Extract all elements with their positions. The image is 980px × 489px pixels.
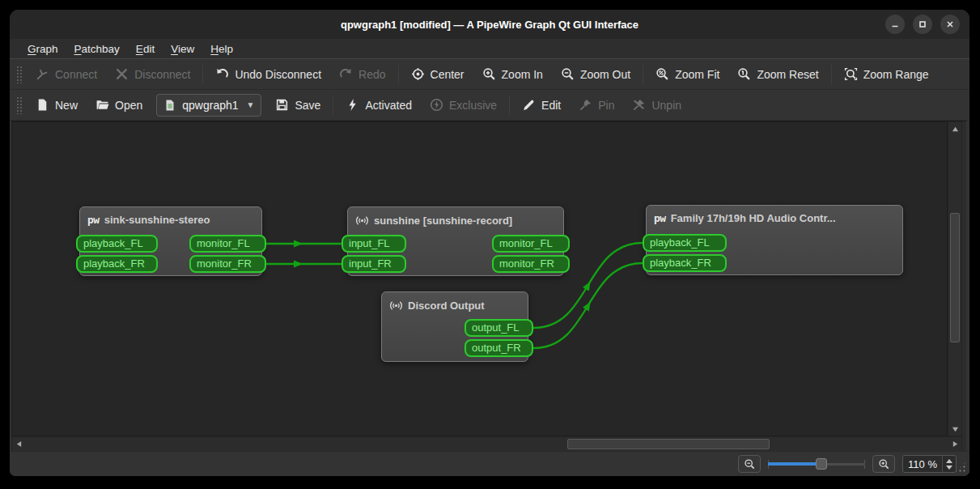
zoom-in-button[interactable]: Zoom In (473, 62, 552, 87)
new-button[interactable]: New (27, 93, 87, 117)
graph-view: pw sink-sunshine-stereo playback_FL play… (11, 121, 966, 451)
toolbar-drag-handle[interactable] (16, 96, 22, 114)
statusbar: 110 % (10, 451, 969, 476)
patchbay-name: qpwgraph1 (182, 99, 238, 112)
maximize-icon (918, 19, 927, 29)
menu-edit[interactable]: Edit (128, 40, 163, 57)
pin-button: Pin (570, 93, 623, 117)
activated-button[interactable]: Activated (337, 93, 421, 117)
spin-down-icon[interactable] (946, 466, 952, 470)
scroll-up-button[interactable] (948, 122, 961, 135)
horizontal-scroll-thumb[interactable] (567, 439, 770, 449)
unpin-button: Unpin (623, 93, 690, 117)
undo-disconnect-button[interactable]: Undo Disconnect (206, 62, 330, 87)
toolbar-separator (831, 65, 832, 84)
zoom-spinbox[interactable]: 110 % (902, 455, 957, 473)
edit-button[interactable]: Edit (513, 93, 570, 117)
connection-wires (12, 122, 948, 436)
minimize-button[interactable] (885, 15, 905, 34)
node-title: Discord Output (408, 300, 485, 312)
horizontal-scrollbar[interactable] (11, 436, 962, 452)
zoom-out-icon (561, 67, 575, 81)
scroll-up-icon (952, 125, 959, 133)
maximize-button[interactable] (913, 15, 932, 34)
toolbar-drag-handle[interactable] (16, 66, 22, 83)
redo-button: Redo (330, 62, 394, 87)
port-output[interactable]: monitor_FL (492, 235, 570, 253)
pin-icon (579, 98, 592, 112)
zoom-value: 110 % (903, 458, 942, 470)
vertical-scroll-thumb[interactable] (950, 213, 960, 342)
spin-up-icon[interactable] (946, 459, 952, 463)
zoom-in-icon (482, 67, 496, 81)
scroll-down-button[interactable] (948, 423, 961, 436)
port-input[interactable]: playback_FR (643, 254, 727, 272)
save-icon (275, 98, 289, 112)
menu-view[interactable]: View (163, 40, 202, 57)
port-output[interactable]: monitor_FL (189, 235, 266, 253)
window-title: qpwgraph1 [modified] — A PipeWire Graph … (341, 19, 638, 31)
zoom-out-button-status[interactable] (738, 455, 761, 473)
media-app-icon (389, 299, 403, 313)
connect-icon (36, 67, 49, 81)
port-input[interactable]: playback_FL (643, 234, 727, 252)
menubar: Graph Patchbay Edit View Help (10, 39, 969, 59)
scroll-left-button[interactable] (12, 437, 25, 451)
port-output[interactable]: output_FR (465, 339, 533, 357)
node-title: Family 17h/19h HD Audio Contr... (671, 212, 836, 224)
port-input[interactable]: input_FR (342, 255, 406, 273)
wire-arrow (583, 300, 593, 311)
center-button[interactable]: Center (402, 62, 473, 87)
port-output[interactable]: monitor_FR (189, 255, 266, 273)
zoom-in-icon (878, 458, 890, 470)
exclusive-bolt-icon (430, 98, 443, 112)
zoom-reset-button[interactable]: Zoom Reset (728, 62, 827, 87)
connect-button: Connect (27, 62, 106, 87)
zoom-range-icon (844, 67, 858, 81)
vertical-scrollbar[interactable] (948, 121, 962, 436)
scroll-left-icon (15, 440, 23, 448)
menu-patchbay[interactable]: Patchbay (66, 40, 128, 57)
toolbar-separator (643, 65, 643, 84)
scroll-right-button[interactable] (948, 437, 961, 451)
port-input[interactable]: input_FL (342, 235, 406, 253)
zoom-slider[interactable] (768, 457, 865, 471)
disconnect-icon (115, 67, 129, 81)
toolbar-main: Connect Disconnect Undo Disconnect Redo … (10, 59, 969, 90)
app-window: qpwgraph1 [modified] — A PipeWire Graph … (10, 10, 969, 476)
zoom-fit-button[interactable]: Zoom Fit (647, 62, 728, 87)
pipewire-icon: pw (87, 214, 100, 226)
port-input[interactable]: playback_FR (76, 255, 158, 273)
undo-icon (215, 67, 229, 81)
exclusive-button: Exclusive (421, 93, 506, 117)
menu-help[interactable]: Help (202, 40, 241, 57)
disconnect-button: Disconnect (106, 62, 199, 87)
chevron-down-icon: ▼ (247, 100, 255, 109)
toolbar-separator (333, 96, 333, 115)
port-output[interactable]: output_FL (465, 319, 533, 337)
zoom-out-icon (744, 458, 756, 470)
unpin-icon (632, 98, 646, 112)
port-output[interactable]: monitor_FR (492, 255, 570, 273)
patchbay-file-icon (163, 99, 176, 112)
wire-arrow (294, 240, 303, 248)
graph-canvas[interactable]: pw sink-sunshine-stereo playback_FL play… (11, 121, 948, 436)
port-input[interactable]: playback_FL (76, 235, 158, 253)
slider-handle[interactable] (816, 458, 827, 470)
zoom-out-button[interactable]: Zoom Out (552, 62, 639, 87)
save-button[interactable]: Save (266, 93, 329, 117)
open-button[interactable]: Open (87, 93, 151, 117)
scroll-right-icon (952, 440, 959, 448)
zoom-in-button-status[interactable] (872, 455, 895, 473)
wire-arrow (583, 279, 593, 291)
close-button[interactable] (940, 15, 960, 34)
activated-bolt-icon (346, 98, 359, 112)
redo-icon (339, 67, 353, 81)
zoom-range-button[interactable]: Zoom Range (835, 62, 938, 87)
slider-fill (768, 462, 821, 466)
toolbar-patchbay: New Open qpwgraph1 ▼ Save Activated Excl… (10, 90, 969, 121)
patchbay-selector[interactable]: qpwgraph1 ▼ (156, 94, 261, 117)
titlebar[interactable]: qpwgraph1 [modified] — A PipeWire Graph … (10, 10, 969, 39)
menu-graph[interactable]: Graph (19, 40, 66, 57)
center-icon (411, 67, 425, 81)
